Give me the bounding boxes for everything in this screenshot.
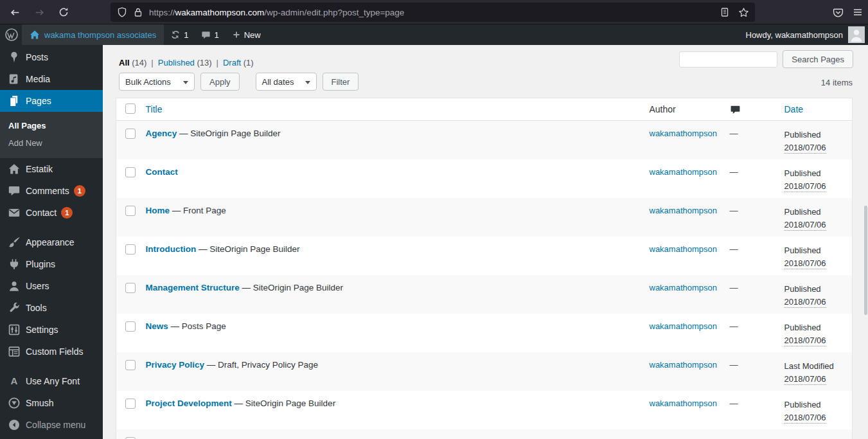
pages-icon [8,94,21,107]
column-header-title: Title [139,98,643,121]
sidebar-subitem-add-new[interactable]: Add New [0,134,103,152]
admin-bar-site-name[interactable]: wakama thompson associates [22,24,164,45]
page-title-link-home[interactable]: Home [146,206,170,215]
sidebar-item-estatik[interactable]: Estatik [0,158,103,180]
sidebar-subitem-all-pages[interactable]: All Pages [0,117,103,134]
no-comments-dash: — [730,129,738,138]
page-title-link-privacy-policy[interactable]: Privacy Policy [146,360,205,370]
publish-status: Published [784,321,846,334]
sidebar-item-custom-fields[interactable]: Custom Fields [0,341,103,363]
sidebar-item-appearance[interactable]: Appearance [0,231,103,253]
bookmark-star-icon[interactable] [738,7,748,17]
author-link[interactable]: wakamathompson [650,399,718,408]
row-checkbox-management-structure[interactable] [125,283,136,293]
apply-button[interactable]: Apply [200,73,240,91]
page-scrollbar[interactable] [864,206,867,315]
url-text[interactable]: https://wakamathompson.com/wp-admin/edit… [149,8,404,17]
row-checkbox-introduction[interactable] [125,244,136,255]
pocket-icon[interactable] [833,7,844,18]
settings-icon [8,323,21,336]
sidebar-item-contact[interactable]: Contact1 [0,202,103,224]
author-link[interactable]: wakamathompson [650,437,718,439]
publish-date: 2018/07/06 [784,373,826,385]
wordpress-logo-icon[interactable] [1,24,22,45]
row-checkbox-home[interactable] [125,206,136,216]
publish-status: Published [784,206,846,219]
page-title-link-management-structure[interactable]: Management Structure [146,283,240,292]
wp-admin-bar: wakama thompson associates 1 1 New Howdy… [0,24,868,45]
publish-date: 2018/07/06 [784,181,826,192]
page-title-link-introduction[interactable]: Introduction [146,244,197,254]
row-checkbox-project-development[interactable] [125,399,136,409]
filter-link-draft[interactable]: Draft (1) [223,58,254,67]
page-title-link-news[interactable]: News [146,321,168,331]
forward-icon[interactable] [31,4,47,20]
comment-bubble-icon [201,30,211,40]
back-icon[interactable] [7,4,22,20]
address-bar[interactable]: https://wakamathompson.com/wp-admin/edit… [111,3,755,22]
sidebar-item-label: Custom Fields [26,346,83,357]
author-link[interactable]: wakamathompson [650,244,718,254]
row-checkbox-agency[interactable] [125,129,136,139]
publish-date: 2018/07/06 [784,219,826,231]
sidebar-item-comments[interactable]: Comments1 [0,180,103,202]
menu-icon[interactable] [853,7,863,17]
row-checkbox-properties[interactable] [125,437,136,439]
search-pages-button[interactable]: Search Pages [783,50,853,68]
page-state-text: — SiteOrigin Page Builder [232,399,335,408]
sidebar-item-tools[interactable]: Tools [0,297,103,319]
author-link[interactable]: wakamathompson [650,167,718,177]
author-link[interactable]: wakamathompson [650,360,718,370]
author-link[interactable]: wakamathompson [650,283,718,292]
page-title-link-agency[interactable]: Agency [146,129,177,138]
page-title-link-project-development[interactable]: Project Development [146,399,232,408]
filter-link-published[interactable]: Published (13) [158,58,212,67]
sidebar-item-plugins[interactable]: Plugins [0,253,103,275]
sidebar-item-users[interactable]: Users [0,275,103,297]
admin-bar-comments[interactable]: 1 [195,24,225,45]
sidebar-item-pages[interactable]: Pages [0,90,103,112]
sidebar-item-settings[interactable]: Settings [0,319,103,341]
table-row: Introduction — SiteOrigin Page Builderwa… [116,237,853,275]
sidebar-item-use-any-font[interactable]: AUse Any Font [0,370,103,392]
filter-link-all[interactable]: All (14) [119,58,146,67]
page-title-link-contact[interactable]: Contact [146,167,178,177]
author-link[interactable]: wakamathompson [650,206,718,215]
sidebar-item-smush[interactable]: Smush [0,392,103,414]
reader-view-icon[interactable] [720,7,730,17]
sidebar-item-collapse-menu[interactable]: Collapse menu [0,414,103,436]
no-comments-dash: — [730,206,738,215]
publish-status: Published [784,437,846,439]
admin-bar-new[interactable]: New [226,24,267,45]
shield-icon[interactable] [117,7,127,17]
row-checkbox-news[interactable] [125,321,136,332]
search-input[interactable] [679,51,777,67]
sidebar-item-label: Posts [26,52,48,62]
author-link[interactable]: wakamathompson [650,321,718,331]
appearance-brush-icon [8,236,21,249]
sort-by-date-link[interactable]: Date [784,104,804,114]
avatar [848,26,865,43]
row-checkbox-privacy-policy[interactable] [125,360,136,370]
sidebar-item-label: Media [26,74,50,84]
sidebar-item-posts[interactable]: Posts [0,46,103,68]
author-link[interactable]: wakamathompson [650,129,718,138]
no-comments-dash: — [730,244,738,254]
row-checkbox-contact[interactable] [125,167,136,177]
sidebar-item-media[interactable]: Media [0,68,103,90]
page-title-link-properties[interactable]: Properties [146,437,189,439]
select-all-checkbox[interactable] [125,103,136,114]
admin-bar-updates[interactable]: 1 [164,24,195,45]
font-a-icon: A [8,375,21,388]
sidebar-item-label: Settings [26,325,58,335]
filter-button[interactable]: Filter [323,73,359,91]
pages-list-screen: All (14)|Published (13)|Draft (1) Bulk A… [103,45,868,439]
table-row: Management Structure — SiteOrigin Page B… [116,275,853,314]
dates-filter-select[interactable]: All dates [256,73,317,91]
bulk-actions-select[interactable]: Bulk Actions [119,73,195,91]
filter-separator: | [217,58,218,67]
sort-by-title-link[interactable]: Title [146,104,163,114]
reload-icon[interactable] [56,4,71,20]
admin-bar-account[interactable]: Howdy, wakamathompson [746,26,868,43]
lock-icon[interactable] [133,7,143,17]
